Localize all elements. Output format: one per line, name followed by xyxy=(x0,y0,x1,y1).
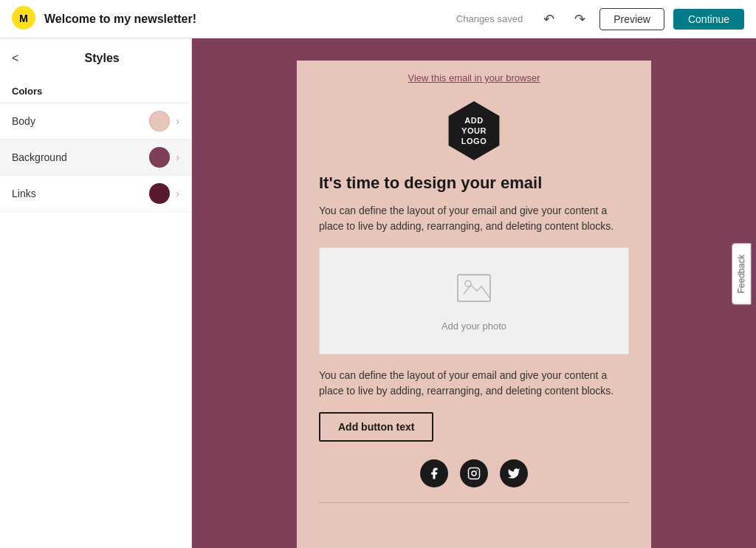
undo-button[interactable]: ↶ xyxy=(537,8,560,30)
background-color-swatch xyxy=(149,147,170,168)
links-chevron-icon: › xyxy=(176,188,179,199)
photo-block[interactable]: Add your photo xyxy=(319,247,629,355)
canvas-area: View this email in your browser ADD YOUR… xyxy=(192,38,756,548)
svg-point-6 xyxy=(476,470,478,471)
sidebar-back-button[interactable]: < Styles xyxy=(0,38,191,72)
sidebar-title: Styles xyxy=(24,52,179,65)
email-headline: It's time to design your email xyxy=(297,174,651,203)
button-wrapper: Add button text xyxy=(297,412,651,459)
preview-button[interactable]: Preview xyxy=(599,8,664,30)
sidebar: < Styles Colors Body › Background › Link… xyxy=(0,38,192,548)
topbar: M Welcome to my newsletter! Changes save… xyxy=(0,0,756,38)
page-title: Welcome to my newsletter! xyxy=(44,13,447,26)
logo-line2: YOUR xyxy=(461,126,487,136)
body-color-label: Body xyxy=(12,115,149,127)
continue-button[interactable]: Continue xyxy=(673,9,744,30)
svg-point-5 xyxy=(472,471,476,476)
svg-rect-4 xyxy=(469,468,480,479)
photo-label: Add your photo xyxy=(441,321,506,332)
background-chevron-icon: › xyxy=(176,151,179,163)
photo-icon xyxy=(452,270,496,312)
background-color-label: Background xyxy=(12,151,149,163)
logo-section: ADD YOUR LOGO xyxy=(297,101,651,160)
changes-status: Changes saved xyxy=(456,13,523,24)
mailchimp-logo: M xyxy=(12,6,35,32)
social-icons-row xyxy=(297,459,651,502)
body-color-row[interactable]: Body › xyxy=(0,103,191,139)
colors-section-label: Colors xyxy=(0,72,191,103)
email-preview: View this email in your browser ADD YOUR… xyxy=(297,61,651,548)
add-button-text-button[interactable]: Add button text xyxy=(319,412,433,442)
main-layout: < Styles Colors Body › Background › Link… xyxy=(0,38,756,548)
links-color-swatch xyxy=(149,183,170,204)
feedback-tab[interactable]: Feedback xyxy=(732,244,752,305)
logo-line1: ADD xyxy=(464,115,483,126)
feedback-label: Feedback xyxy=(737,255,747,294)
logo-line3: LOGO xyxy=(461,136,487,146)
browser-link[interactable]: View this email in your browser xyxy=(408,72,540,83)
facebook-icon[interactable] xyxy=(420,459,448,487)
email-body-text: You can define the layout of your email … xyxy=(297,203,651,247)
logo-placeholder[interactable]: ADD YOUR LOGO xyxy=(444,101,504,160)
instagram-icon[interactable] xyxy=(460,459,488,487)
redo-button[interactable]: ↷ xyxy=(568,8,591,30)
svg-text:M: M xyxy=(19,12,28,24)
background-color-row[interactable]: Background › xyxy=(0,139,191,175)
email-divider xyxy=(319,502,629,503)
twitter-icon[interactable] xyxy=(500,459,528,487)
browser-link-row: View this email in your browser xyxy=(297,61,651,95)
body-chevron-icon: › xyxy=(176,115,179,127)
body-color-swatch xyxy=(149,111,170,131)
svg-point-3 xyxy=(465,281,471,287)
back-arrow-icon: < xyxy=(12,52,18,65)
email-body-text-2: You can define the layout of your email … xyxy=(297,368,651,412)
links-color-label: Links xyxy=(12,188,149,199)
links-color-row[interactable]: Links › xyxy=(0,175,191,212)
